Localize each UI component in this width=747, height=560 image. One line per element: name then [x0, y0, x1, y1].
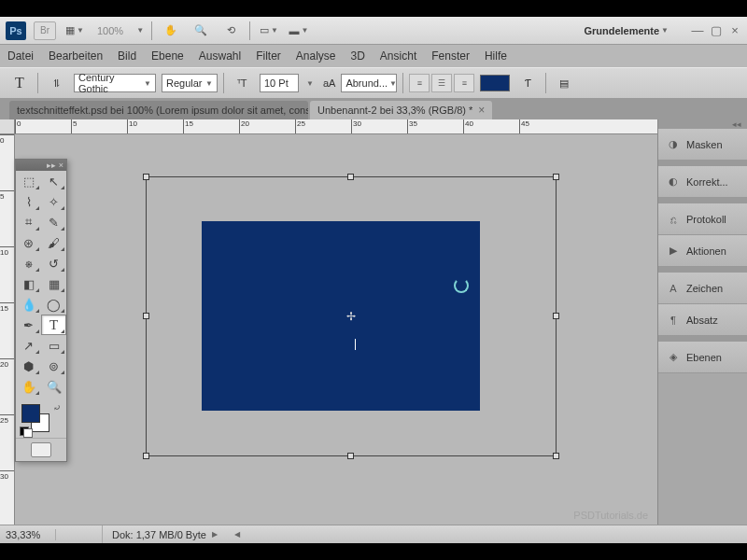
toolbox-header[interactable]: ▸▸× — [16, 160, 66, 171]
menu-datei[interactable]: Datei — [7, 49, 34, 63]
move-tool[interactable]: ⬚ — [16, 171, 41, 191]
menu-3d[interactable]: 3D — [351, 49, 365, 63]
menu-fenster[interactable]: Fenster — [431, 49, 470, 63]
toolbox[interactable]: ▸▸× ⬚ ↖ ⌇ ✧ ⌗ ✎ ⊛ 🖌 ⎈ ↺ ◧ ▦ 💧 ◯ ✒ T ↗ ▭ … — [15, 159, 67, 462]
foreground-color[interactable] — [21, 404, 40, 423]
zoom-display[interactable]: 100% — [97, 25, 123, 36]
options-bar: T ⥮ Century Gothic▼ Regular▼ ᵀT 10 Pt▼ a… — [0, 67, 747, 99]
3d-camera-tool[interactable]: ⊚ — [41, 356, 66, 376]
panel-masken[interactable]: ◑Masken — [658, 129, 747, 161]
panel-korrekturen[interactable]: ◐Korrekt... — [658, 166, 747, 198]
type-tool[interactable]: T — [41, 315, 66, 335]
character-panel-button[interactable]: ▤ — [552, 72, 576, 94]
ps-logo-icon[interactable]: Ps — [6, 21, 26, 40]
menu-bearbeiten[interactable]: Bearbeiten — [49, 49, 103, 63]
gradient-tool[interactable]: ▦ — [41, 273, 66, 294]
path-select-tool[interactable]: ↗ — [16, 335, 41, 356]
rotate-view-icon[interactable]: ⟲ — [219, 21, 242, 40]
character-icon: A — [666, 282, 681, 295]
bridge-button[interactable]: Br — [34, 21, 56, 40]
document-tabbar: textschnitteffekt.psd bei 100% (Lorem ip… — [0, 99, 747, 119]
font-family-select[interactable]: Century Gothic▼ — [74, 74, 156, 92]
antialias-select[interactable]: Abrund...▼ — [341, 74, 397, 92]
healing-brush-tool[interactable]: ⊛ — [16, 232, 41, 253]
brush-tool[interactable]: 🖌 — [41, 232, 66, 253]
panel-protokoll[interactable]: ⎌Protokoll — [658, 203, 747, 235]
ruler-origin[interactable] — [0, 119, 15, 134]
workspace-dropdown[interactable]: Grundelemente▼ — [576, 23, 676, 38]
menu-analyse[interactable]: Analyse — [296, 49, 336, 63]
panel-grip[interactable]: ◂◂ — [658, 119, 747, 129]
ruler-vertical[interactable]: 051015202530 — [0, 134, 15, 525]
transform-handle[interactable] — [347, 453, 354, 459]
shape-tool[interactable]: ▭ — [41, 335, 66, 356]
tab-textschnitteffekt[interactable]: textschnitteffekt.psd bei 100% (Lorem ip… — [9, 101, 308, 119]
eraser-tool[interactable]: ◧ — [16, 273, 41, 294]
screen-mode-dropdown[interactable]: ▭▼ — [258, 21, 280, 40]
chevron-down-icon[interactable]: ▼ — [306, 79, 314, 88]
transform-handle[interactable] — [553, 313, 559, 319]
close-button[interactable]: × — [728, 24, 741, 37]
align-right-button[interactable]: ≡ — [454, 74, 474, 92]
transform-handle[interactable] — [347, 174, 354, 180]
menu-ansicht[interactable]: Ansicht — [380, 49, 416, 63]
transform-handle[interactable] — [143, 174, 149, 180]
quick-mask-button[interactable] — [31, 442, 51, 457]
default-colors-icon[interactable] — [23, 428, 33, 438]
panel-zeichen[interactable]: AZeichen — [658, 273, 747, 304]
canvas[interactable]: ✢ — [15, 134, 657, 525]
panel-aktionen[interactable]: ▶Aktionen — [658, 235, 747, 267]
align-center-button[interactable]: ☰ — [431, 74, 452, 92]
panel-ebenen[interactable]: ◈Ebenen — [658, 342, 747, 373]
font-size-input[interactable]: 10 Pt — [260, 74, 299, 92]
history-icon: ⎌ — [666, 213, 681, 226]
lasso-tool[interactable]: ⌇ — [16, 191, 41, 212]
menu-filter[interactable]: Filter — [256, 49, 281, 63]
tab-unbenannt-2[interactable]: Unbenannt-2 bei 33,3% (RGB/8) *× — [310, 101, 492, 119]
3d-tool[interactable]: ⬢ — [16, 356, 41, 376]
layout-dropdown[interactable]: ▦▼ — [63, 21, 86, 40]
close-icon[interactable]: × — [59, 161, 63, 170]
maximize-button[interactable]: ▢ — [710, 24, 723, 37]
align-left-button[interactable]: ≡ — [409, 74, 430, 92]
font-weight-select[interactable]: Regular▼ — [162, 74, 218, 92]
pen-tool[interactable]: ✒ — [16, 315, 41, 335]
clone-stamp-tool[interactable]: ⎈ — [16, 253, 41, 273]
eyedropper-tool[interactable]: ✎ — [41, 212, 66, 232]
text-color-swatch[interactable] — [480, 75, 510, 91]
crop-tool[interactable]: ⌗ — [16, 212, 41, 232]
marquee-tool[interactable]: ↖ — [41, 171, 66, 191]
history-brush-tool[interactable]: ↺ — [41, 253, 66, 273]
zoom-tool-icon[interactable]: 🔍 — [190, 21, 212, 40]
dodge-tool[interactable]: ◯ — [41, 294, 66, 315]
status-doc-info[interactable]: Dok: 1,37 MB/0 Byte▶ — [103, 529, 227, 540]
menu-auswahl[interactable]: Auswahl — [199, 49, 241, 63]
magic-wand-tool[interactable]: ✧ — [41, 191, 66, 212]
transform-handle[interactable] — [553, 174, 559, 180]
font-size-icon: ᵀT — [230, 72, 254, 94]
swap-colors-icon[interactable]: ⤾ — [53, 402, 61, 413]
menu-bild[interactable]: Bild — [118, 49, 136, 63]
text-orientation-button[interactable]: ⥮ — [44, 72, 68, 94]
transform-handle[interactable] — [553, 453, 559, 459]
hand-tool-icon[interactable]: ✋ — [160, 21, 182, 40]
transform-handle[interactable] — [143, 313, 149, 319]
minimize-button[interactable]: — — [691, 24, 704, 37]
warp-text-button[interactable]: Ƭ — [515, 72, 540, 94]
menu-hilfe[interactable]: Hilfe — [485, 49, 507, 63]
color-swatches[interactable]: ⤾ — [16, 400, 66, 438]
menu-ebene[interactable]: Ebene — [151, 49, 184, 63]
transform-handle[interactable] — [143, 453, 149, 459]
arrange-dropdown[interactable]: ▬▼ — [288, 21, 310, 40]
status-zoom[interactable]: 33,33% — [0, 529, 56, 540]
ruler-horizontal[interactable]: 051015202530354045 — [15, 119, 657, 134]
close-icon[interactable]: × — [478, 104, 485, 117]
panel-absatz[interactable]: ¶Absatz — [658, 304, 747, 336]
scroll-left-icon[interactable]: ◀ — [234, 530, 240, 539]
zoom-tool[interactable]: 🔍 — [41, 376, 66, 397]
blur-tool[interactable]: 💧 — [16, 294, 41, 315]
transform-bounding-box[interactable]: ✢ — [146, 176, 557, 456]
collapse-icon[interactable]: ▸▸ — [47, 161, 56, 170]
hand-tool[interactable]: ✋ — [16, 376, 41, 397]
transform-center-icon[interactable]: ✢ — [346, 312, 356, 321]
